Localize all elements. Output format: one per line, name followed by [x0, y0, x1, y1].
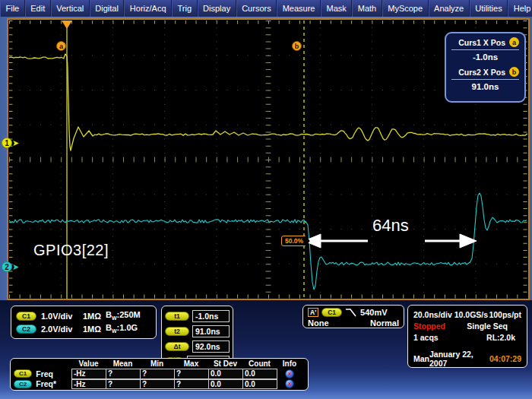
channel1-reference-marker[interactable]: 1 ➤ [2, 138, 19, 148]
measurement-cell: ? [140, 379, 175, 390]
curs2-label: Curs2 X Pos [458, 68, 505, 77]
cursor-a-badge[interactable]: a [56, 41, 66, 51]
cursor-readout-box: Curs1 X Pos a -1.0ns Curs2 X Pos b 91.0n… [445, 32, 526, 103]
date-label: January 22, 2007 [429, 350, 489, 368]
signal-name-label: GPIO3[22] [33, 242, 109, 259]
timing-pill-t[interactable]: Δt [165, 342, 189, 351]
channel-readout-row: C11.0V/div1MΩBW:250M [16, 309, 150, 322]
measurement-channel-pill[interactable]: C2 [14, 380, 32, 388]
trigger-man-label: Man [413, 354, 429, 363]
falling-edge-icon [345, 307, 357, 317]
menu-item-horizacq[interactable]: Horiz/Acq [124, 0, 172, 17]
record-length: RL:2.0k [486, 333, 515, 342]
column-header-min: Min [140, 359, 174, 369]
trigger-source-pill[interactable]: C1 [321, 308, 342, 317]
timing-row: Δt92.0ns [165, 339, 230, 354]
trigger-a-badge[interactable]: A' [308, 308, 318, 317]
measurement-cell: ? [140, 369, 175, 379]
channel-readout-row: C22.0V/div1MΩBW:1.0G [16, 322, 150, 335]
timing-value: -1.0ns [192, 310, 230, 322]
measurement-name: Freq [36, 369, 53, 378]
timing-value: 92.0ns [192, 340, 230, 353]
sample-resolution: 100ps/pt [489, 310, 521, 319]
measurement-cell: 0.0 [208, 369, 243, 379]
delta-time-annotation: 64ns [372, 216, 409, 236]
measurement-cell: 0.0 [242, 379, 277, 390]
measurement-row-label: C1Freq [14, 369, 71, 379]
curs2-title-row: Curs2 X Pos b [451, 67, 519, 77]
acquisition-count: 1 acqs [413, 333, 439, 342]
channel-impedance: 1MΩ [83, 312, 101, 321]
measurement-cell: -Hz [71, 379, 106, 390]
measurement-cell: ? [174, 369, 209, 379]
delta-arrow [304, 234, 477, 248]
menu-item-file[interactable]: File [0, 0, 25, 17]
menu-item-measure[interactable]: Measure [277, 0, 321, 17]
menu-item-vertical[interactable]: Vertical [51, 0, 90, 17]
timing-pill-t2[interactable]: t2 [165, 327, 189, 336]
menu-item-trig[interactable]: Trig [172, 0, 198, 17]
trigger-mode-right: Normal [370, 318, 399, 328]
menu-item-display[interactable]: Display [198, 0, 236, 17]
info-cell: x [277, 369, 302, 379]
channel-bandwidth: BW:1.0G [106, 323, 150, 334]
horizontal-readout-panel: 20.0ns/div 10.0GS/s 100ps/pt Stopped Sin… [407, 305, 527, 368]
column-header-info: Info [277, 359, 302, 369]
measurement-cell: ? [106, 369, 141, 379]
column-header-value: Value [71, 359, 106, 369]
menu-item-edit[interactable]: Edit [25, 0, 51, 17]
timing-row: t1-1.0ns [165, 309, 230, 324]
curs2-badge: b [509, 67, 519, 77]
column-header-max: Max [174, 359, 208, 369]
menu-item-analyze[interactable]: Analyze [429, 0, 470, 17]
scope-display-area: 1 ➤ 2 ➤ a b GPIO3[22] 50.0% 64ns Curs1 X… [0, 17, 532, 300]
vertical-readout-panel: C11.0V/div1MΩBW:250MC22.0V/div1MΩBW:1.0G [11, 306, 157, 339]
channel2-reference-marker[interactable]: 2 ➤ [2, 261, 19, 272]
curs1-label: Curs1 X Pos [458, 38, 505, 47]
channel2-marker-number: 2 [2, 261, 12, 272]
menu-item-myscope[interactable]: MyScope [382, 0, 429, 17]
info-cell: x [277, 379, 302, 390]
acquisition-mode: Single Seq [467, 321, 508, 331]
channel-scale: 2.0V/div [41, 325, 73, 334]
menu-item-digital[interactable]: Digital [90, 0, 125, 17]
info-close-icon[interactable]: x [285, 379, 294, 388]
channel-pill-c1[interactable]: C1 [16, 312, 36, 321]
sample-rate: 10.0GS/s [454, 310, 488, 319]
curs1-title-row: Curs1 X Pos a [451, 37, 519, 47]
time-label: 04:07:29 [489, 354, 521, 363]
timebase-scale: 20.0ns/div [413, 310, 452, 319]
info-close-icon[interactable]: x [285, 369, 294, 378]
acquisition-state: Stopped [413, 321, 445, 331]
measurement-cell: 0.0 [242, 369, 277, 379]
divider [451, 79, 519, 80]
menu-item-math[interactable]: Math [352, 0, 382, 17]
table-corner [14, 359, 71, 369]
edge-percent-tag: 50.0% [281, 236, 310, 246]
divider [451, 49, 519, 50]
measurement-cell: -Hz [71, 369, 106, 379]
trigger-position-icon[interactable] [62, 21, 72, 29]
measurement-cell: ? [174, 379, 209, 390]
menu-item-help[interactable]: Help [508, 0, 532, 17]
menu-bar: FileEditVerticalDigitalHoriz/AcqTrigDisp… [0, 0, 532, 17]
timing-row: t291.0ns [165, 324, 230, 339]
measurement-table: ValueMeanMinMaxSt DevCountInfoC1Freq-Hz?… [10, 358, 309, 391]
measurement-channel-pill[interactable]: C1 [14, 369, 32, 378]
column-header-mean: Mean [106, 359, 140, 369]
curs1-badge: a [509, 37, 519, 47]
channel2-marker-arrow-icon: ➤ [12, 263, 19, 271]
menu-bar-items: FileEditVerticalDigitalHoriz/AcqTrigDisp… [0, 0, 532, 17]
menu-item-cursors[interactable]: Cursors [236, 0, 277, 17]
column-header-stdev: St Dev [208, 359, 242, 369]
curs1-value: -1.0ns [451, 52, 519, 62]
menu-item-mask[interactable]: Mask [321, 0, 352, 17]
menu-item-utilities[interactable]: Utilities [470, 0, 508, 17]
timing-pill-t1[interactable]: t1 [165, 312, 189, 321]
channel-pill-c2[interactable]: C2 [16, 325, 36, 334]
cursor-b-badge[interactable]: b [292, 41, 302, 51]
trigger-level: 540mV [360, 308, 387, 317]
channel1-marker-number: 1 [2, 138, 12, 148]
timing-value: 91.0ns [192, 325, 230, 337]
trigger-mode-left: None [308, 318, 329, 328]
